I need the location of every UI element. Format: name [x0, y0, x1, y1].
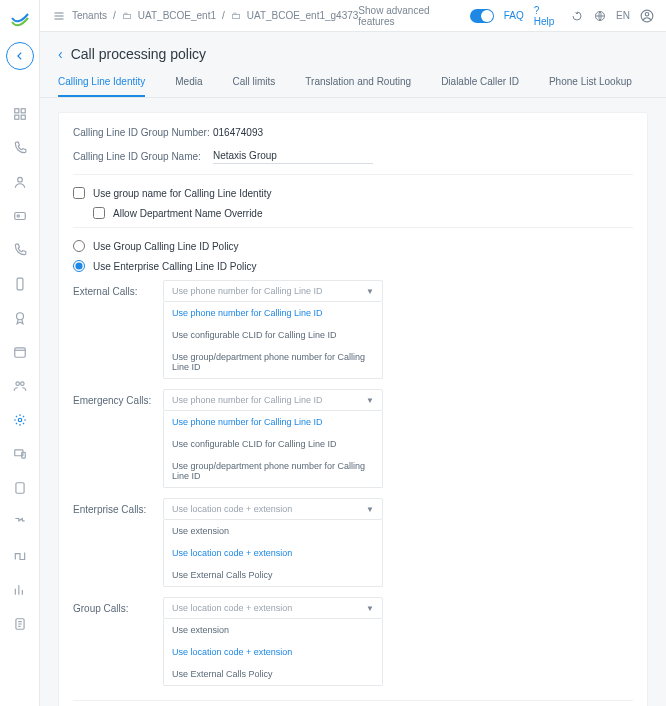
enterprise-calls-select[interactable]: Use location code + extension▼	[163, 498, 383, 520]
group-opt-2[interactable]: Use External Calls Policy	[164, 663, 382, 685]
crumb-ent[interactable]: UAT_BCOE_ent1	[138, 10, 216, 21]
group-calls-label: Group Calls:	[73, 597, 163, 614]
chevron-down-icon: ▼	[366, 396, 374, 405]
svg-point-6	[17, 215, 19, 217]
external-calls-label: External Calls:	[73, 280, 163, 297]
tab-call-limits[interactable]: Call limits	[233, 76, 276, 97]
tab-phone-list-lookup[interactable]: Phone List Lookup	[549, 76, 632, 97]
tab-translation-routing[interactable]: Translation and Routing	[305, 76, 411, 97]
svg-rect-15	[15, 483, 23, 494]
radio-enterprise-policy[interactable]: Use Enterprise Calling Line ID Policy	[73, 260, 633, 272]
emergency-opt-0[interactable]: Use phone number for Calling Line ID	[164, 411, 382, 433]
topbar: Tenants/ 🗀 UAT_BCOE_ent1/ 🗀 UAT_BCOE_ent…	[40, 0, 666, 32]
svg-rect-0	[14, 109, 18, 113]
chevron-down-icon: ▼	[366, 287, 374, 296]
sidebar-dashboard-icon[interactable]	[12, 106, 28, 122]
external-opt-1[interactable]: Use configurable CLID for Calling Line I…	[164, 324, 382, 346]
breadcrumb: Tenants/ 🗀 UAT_BCOE_ent1/ 🗀 UAT_BCOE_ent…	[52, 9, 358, 23]
check-use-group-name[interactable]: Use group name for Calling Line Identity	[73, 187, 633, 199]
page-title: Call processing policy	[71, 46, 206, 62]
sidebar-award-icon[interactable]	[12, 310, 28, 326]
sidebar-card-icon[interactable]	[12, 208, 28, 224]
enterprise-opt-0[interactable]: Use extension	[164, 520, 382, 542]
svg-point-11	[20, 382, 23, 386]
sidebar-user-icon[interactable]	[12, 174, 28, 190]
tab-dialable-caller-id[interactable]: Dialable Caller ID	[441, 76, 519, 97]
svg-point-8	[16, 313, 23, 320]
folder-icon: 🗀	[122, 10, 132, 21]
external-opt-0[interactable]: Use phone number for Calling Line ID	[164, 302, 382, 324]
svg-rect-7	[17, 278, 23, 290]
svg-point-4	[17, 177, 22, 182]
sidebar-settings-icon[interactable]	[12, 412, 28, 428]
advanced-label: Show advanced features	[358, 5, 459, 27]
back-button[interactable]	[6, 42, 34, 70]
enterprise-opt-1[interactable]: Use location code + extension	[164, 542, 382, 564]
sidebar-clipboard-icon[interactable]	[12, 480, 28, 496]
crumb-group[interactable]: UAT_BCOE_ent1_g4373	[247, 10, 359, 21]
chevron-down-icon: ▼	[366, 604, 374, 613]
emergency-calls-select[interactable]: Use phone number for Calling Line ID▼	[163, 389, 383, 411]
emergency-opt-1[interactable]: Use configurable CLID for Calling Line I…	[164, 433, 382, 455]
enterprise-opt-2[interactable]: Use External Calls Policy	[164, 564, 382, 586]
emergency-calls-label: Emergency Calls:	[73, 389, 163, 406]
group-calls-select[interactable]: Use location code + extension▼	[163, 597, 383, 619]
svg-rect-9	[14, 348, 25, 357]
emergency-opt-2[interactable]: Use group/department phone number for Ca…	[164, 455, 382, 487]
sidebar-flow-icon[interactable]	[12, 514, 28, 530]
account-icon[interactable]	[640, 9, 654, 23]
sidebar	[0, 0, 40, 706]
lang-label[interactable]: EN	[616, 10, 630, 21]
svg-point-12	[18, 418, 22, 422]
radio-group-policy[interactable]: Use Group Calling Line ID Policy	[73, 240, 633, 252]
brand-logo	[8, 8, 32, 32]
group-opt-1[interactable]: Use location code + extension	[164, 641, 382, 663]
external-calls-select[interactable]: Use phone number for Calling Line ID▼	[163, 280, 383, 302]
folder-icon: 🗀	[231, 10, 241, 21]
sidebar-mobile-icon[interactable]	[12, 276, 28, 292]
chevron-left-icon	[15, 51, 25, 61]
group-number-label: Calling Line ID Group Number:	[73, 127, 213, 138]
svg-rect-2	[14, 115, 18, 119]
history-icon[interactable]	[570, 9, 583, 23]
tab-media[interactable]: Media	[175, 76, 202, 97]
sidebar-doc-icon[interactable]	[12, 616, 28, 632]
help-link[interactable]: ? Help	[534, 5, 561, 27]
advanced-toggle[interactable]	[470, 9, 494, 23]
group-number-value: 016474093	[213, 127, 263, 138]
chevron-down-icon: ▼	[366, 505, 374, 514]
sidebar-calendar-icon[interactable]	[12, 344, 28, 360]
external-opt-2[interactable]: Use group/department phone number for Ca…	[164, 346, 382, 378]
group-opt-0[interactable]: Use extension	[164, 619, 382, 641]
group-name-label: Calling Line ID Group Name:	[73, 151, 213, 162]
menu-icon[interactable]	[52, 9, 66, 23]
sidebar-device-icon[interactable]	[12, 446, 28, 462]
page-header: ‹ Call processing policy	[40, 32, 666, 62]
sidebar-phone-icon[interactable]	[12, 140, 28, 156]
back-chevron-icon[interactable]: ‹	[58, 46, 63, 62]
main-card: Calling Line ID Group Number: 016474093 …	[58, 112, 648, 706]
enterprise-calls-label: Enterprise Calls:	[73, 498, 163, 515]
svg-rect-3	[21, 115, 25, 119]
sidebar-analytics-icon[interactable]	[12, 582, 28, 598]
crumb-tenants[interactable]: Tenants	[72, 10, 107, 21]
faq-link[interactable]: FAQ	[504, 10, 524, 21]
sidebar-call-icon[interactable]	[12, 242, 28, 258]
group-name-input[interactable]	[213, 148, 373, 164]
sidebar-users-icon[interactable]	[12, 378, 28, 394]
svg-point-10	[15, 382, 18, 386]
svg-point-19	[645, 12, 649, 16]
tabs: Calling Line Identity Media Call limits …	[40, 62, 666, 98]
sidebar-route-icon[interactable]	[12, 548, 28, 564]
tab-calling-line-identity[interactable]: Calling Line Identity	[58, 76, 145, 97]
globe-icon[interactable]	[593, 9, 606, 23]
check-allow-dept-override[interactable]: Allow Department Name Override	[93, 207, 633, 219]
svg-rect-1	[21, 109, 25, 113]
